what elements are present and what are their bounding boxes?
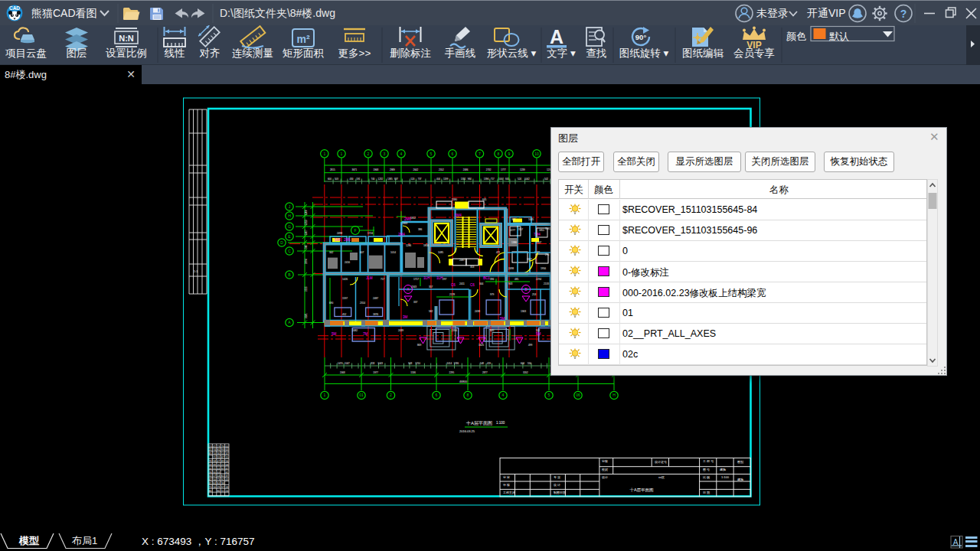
svg-text:2487: 2487	[459, 259, 465, 262]
svg-text:452: 452	[342, 313, 347, 316]
svg-text:1007: 1007	[498, 178, 504, 181]
svg-text:24: 24	[226, 490, 229, 493]
svg-text:2463: 2463	[402, 222, 407, 225]
svg-text:建施: 建施	[720, 468, 726, 471]
svg-text:604: 604	[521, 362, 524, 365]
svg-text:2068: 2068	[340, 371, 345, 374]
svg-text:A: A	[953, 538, 959, 546]
svg-text:396: 396	[490, 278, 495, 281]
svg-text:87: 87	[226, 468, 229, 471]
svg-text:92: 92	[221, 478, 224, 481]
svg-text:63: 63	[226, 448, 229, 452]
svg-text:6: 6	[436, 393, 438, 397]
svg-text:1014: 1014	[390, 251, 396, 254]
svg-text:1286: 1286	[406, 244, 411, 247]
svg-text:1: 1	[323, 152, 325, 156]
svg-text:2: 2	[390, 393, 392, 397]
svg-text:D: D	[280, 240, 283, 245]
svg-text:2277: 2277	[510, 229, 515, 232]
svg-text:550: 550	[528, 362, 531, 365]
svg-text:1232: 1232	[378, 178, 384, 181]
svg-text:2133: 2133	[544, 282, 549, 285]
svg-text:16: 16	[213, 486, 216, 489]
svg-text:?: ?	[900, 8, 907, 20]
svg-text:2989: 2989	[390, 168, 395, 171]
svg-text:81: 81	[226, 471, 229, 474]
svg-text:2094: 2094	[305, 259, 308, 264]
svg-text:84: 84	[213, 482, 216, 485]
svg-text:1239: 1239	[520, 168, 525, 171]
svg-text:717: 717	[491, 178, 495, 181]
svg-text:5: 5	[430, 152, 433, 156]
svg-text:模型: 模型	[18, 535, 39, 546]
svg-text:845: 845	[505, 178, 509, 181]
svg-text:303: 303	[511, 218, 516, 221]
svg-text:979: 979	[490, 293, 495, 296]
svg-text:1085: 1085	[438, 251, 443, 254]
svg-text:21: 21	[213, 456, 216, 459]
svg-text:1968: 1968	[374, 168, 379, 171]
svg-text:81: 81	[217, 448, 220, 452]
svg-text:1812: 1812	[410, 217, 416, 220]
svg-text:1210: 1210	[415, 362, 420, 365]
svg-text:1467: 1467	[305, 230, 308, 235]
svg-text:7M: 7M	[363, 332, 368, 336]
svg-text:1042: 1042	[524, 178, 530, 181]
svg-text:353: 353	[470, 266, 475, 269]
svg-text:3671: 3671	[352, 168, 358, 171]
svg-text:68: 68	[226, 464, 229, 467]
svg-text:比 例: 比 例	[703, 475, 710, 480]
svg-text:制图日期: 制图日期	[554, 491, 566, 495]
svg-text:工 程 号: 工 程 号	[703, 459, 714, 463]
svg-text:97: 97	[221, 486, 224, 489]
svg-text:9: 9	[508, 152, 511, 156]
svg-text:81: 81	[209, 482, 212, 485]
svg-text:74: 74	[213, 448, 216, 452]
svg-text:44: 44	[217, 471, 220, 474]
svg-text:xx区: xx区	[658, 475, 665, 479]
svg-text:56: 56	[209, 468, 212, 471]
svg-text:7M4: 7M4	[534, 233, 541, 236]
svg-text:818: 818	[371, 362, 374, 365]
svg-text:1470: 1470	[338, 362, 343, 365]
svg-text:1851: 1851	[539, 229, 544, 232]
svg-text:1005: 1005	[528, 218, 534, 221]
svg-text:1199: 1199	[443, 178, 449, 181]
svg-text:73: 73	[209, 486, 212, 489]
svg-text:548: 548	[480, 362, 484, 365]
svg-text:图 号: 图 号	[703, 468, 710, 471]
svg-text:471: 471	[496, 251, 501, 254]
svg-text:10: 10	[534, 152, 539, 156]
svg-text:44: 44	[217, 468, 220, 471]
svg-text:64: 64	[226, 445, 229, 448]
svg-text:十A层平面图: 十A层平面图	[629, 487, 653, 493]
svg-text:校对: 校对	[601, 468, 608, 471]
svg-text:43: 43	[226, 478, 229, 481]
svg-text:41: 41	[213, 445, 216, 448]
svg-text:2380: 2380	[452, 198, 457, 201]
svg-text:5M: 5M	[500, 317, 505, 321]
svg-text:01: 01	[359, 393, 364, 397]
svg-text:337: 337	[413, 301, 418, 304]
svg-text:404: 404	[436, 178, 440, 181]
svg-text:1043: 1043	[377, 362, 383, 365]
svg-text:2815: 2815	[330, 168, 335, 171]
svg-text:1363: 1363	[521, 310, 526, 313]
svg-text:297: 297	[443, 278, 447, 281]
svg-text:253: 253	[532, 293, 537, 296]
svg-text:审 核: 审 核	[503, 483, 510, 487]
svg-text:21: 21	[209, 448, 212, 452]
svg-text:1336: 1336	[454, 362, 459, 365]
svg-text:建施: 建施	[737, 478, 743, 481]
svg-text:3202: 3202	[523, 371, 528, 374]
svg-text:专 业: 专 业	[554, 475, 560, 479]
svg-text:2487: 2487	[373, 297, 378, 300]
svg-text:2877: 2877	[482, 371, 488, 374]
svg-text:工程主持: 工程主持	[503, 491, 515, 495]
svg-text:2343: 2343	[411, 285, 416, 289]
svg-text:943: 943	[508, 282, 513, 285]
svg-text:80: 80	[217, 490, 220, 493]
svg-text:1426: 1426	[342, 278, 348, 281]
svg-text:430: 430	[350, 178, 354, 181]
svg-text:X : 673493 ，Y : 716757: X : 673493 ，Y : 716757	[142, 536, 255, 547]
